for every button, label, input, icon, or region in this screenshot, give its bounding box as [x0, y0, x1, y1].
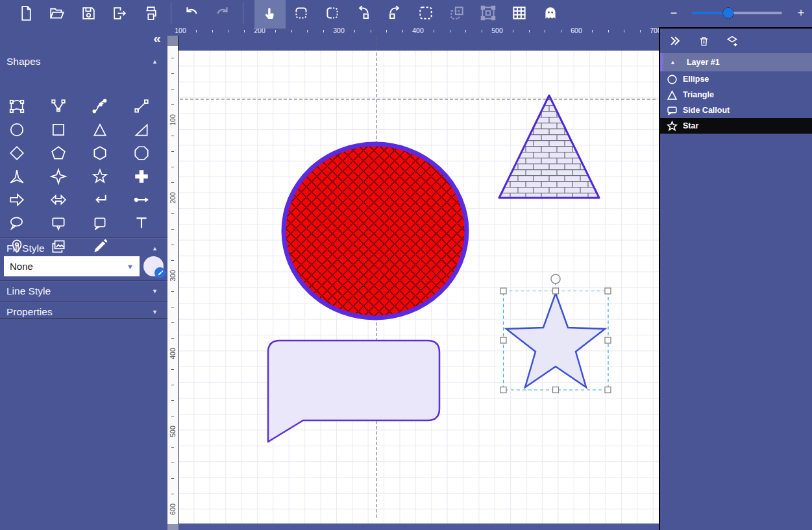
shape-tool-plus[interactable] [130, 166, 153, 187]
zoom-control: − + [667, 0, 808, 26]
line-style-section-header[interactable]: Line Style ▼ [0, 283, 167, 300]
canvas-area[interactable]: 100200300400500600700 100200300400500600 [167, 26, 659, 530]
ruler-label: 400 [169, 348, 177, 359]
add-layer-icon [726, 34, 739, 47]
flip-horizontal-button[interactable] [317, 0, 348, 26]
frame-icon [480, 5, 497, 21]
rotate-ccw-button[interactable] [348, 0, 379, 26]
layer-item-triangle[interactable]: Triangle [660, 87, 812, 102]
ruler-corner [167, 36, 178, 46]
ruler-tick [171, 400, 174, 401]
rotate-cw-button[interactable] [379, 0, 410, 26]
open-button[interactable] [42, 0, 73, 26]
export-icon [112, 5, 128, 21]
shape-tool-triangle[interactable] [88, 119, 112, 140]
ruler-tick [171, 151, 174, 152]
layer-item-ellipse[interactable]: Ellipse [660, 71, 812, 87]
shape-tool-diamond[interactable] [5, 143, 29, 163]
layer-item-label: Star [683, 121, 698, 130]
shape-tool-hexagon[interactable] [88, 143, 112, 163]
layer-row[interactable]: ▲ Layer #1 [660, 53, 812, 71]
ruler-label: 100 [175, 27, 186, 34]
print-button[interactable] [135, 0, 166, 26]
line-style-label: Line Style [6, 285, 51, 297]
shape-tool-side-callout[interactable] [88, 213, 112, 234]
shape-tool-segment[interactable] [130, 189, 153, 210]
zoom-in-button[interactable]: + [794, 0, 808, 26]
zoom-out-button[interactable]: − [667, 0, 681, 26]
ruler-tick [171, 104, 174, 105]
fill-style-dropdown[interactable]: None ▼ [4, 256, 140, 276]
marquee-select-button[interactable] [410, 0, 441, 26]
shape-tool-octagon[interactable] [130, 143, 153, 163]
shape-tool-star3[interactable] [5, 166, 29, 187]
sidebar-collapse-button[interactable]: « [153, 31, 161, 45]
ruler-tick [171, 245, 174, 245]
ruler-tick [171, 338, 174, 339]
shape-tool-text[interactable] [130, 213, 153, 234]
arrow-return-icon [92, 191, 108, 208]
ruler-tick [171, 322, 174, 323]
ruler-tick [244, 30, 245, 32]
shape-tool-right-triangle[interactable] [130, 119, 153, 140]
shape-tool-node-edit[interactable] [5, 96, 29, 117]
shape-tool-ellipse[interactable] [5, 119, 29, 140]
side-callout-icon [92, 215, 108, 232]
chevron-down-icon: ▼ [127, 263, 134, 271]
layer-accent-stripe [660, 53, 663, 71]
shape-tool-pentagon[interactable] [47, 143, 70, 163]
layers-panel: ▲ Layer #1 Ellipse Triangle Side Callout… [659, 27, 812, 530]
shape-tool-polyline[interactable] [47, 96, 70, 117]
new-file-button[interactable] [10, 0, 42, 26]
marquee-icon [417, 5, 434, 21]
ruler-tick [171, 89, 174, 90]
save-button[interactable] [73, 0, 104, 26]
ruler-tick [624, 30, 624, 32]
shape-tool-grid [0, 95, 167, 258]
frame-button [473, 0, 504, 26]
eyedropper-button[interactable] [154, 267, 166, 278]
drawing-page[interactable] [178, 51, 659, 524]
shape-tool-star5[interactable] [88, 166, 112, 187]
fill-style-section-header[interactable]: Fill Style ▲ [0, 240, 167, 257]
shape-tool-curve[interactable] [88, 96, 112, 117]
shape-tool-rect-callout[interactable] [47, 213, 70, 234]
shape-tool-arrow-double[interactable] [47, 189, 70, 210]
ghost-button[interactable] [535, 0, 566, 26]
zoom-slider[interactable] [693, 12, 782, 14]
layer-collapse-icon[interactable]: ▲ [670, 59, 676, 66]
undo-button[interactable] [176, 0, 207, 26]
ruler-tick [171, 213, 174, 214]
flip-horizontal-icon [324, 5, 341, 21]
grid-toggle-button[interactable] [504, 0, 535, 26]
add-layer-button[interactable] [725, 34, 739, 48]
flip-vertical-button[interactable] [286, 0, 317, 26]
panel-expand-button[interactable] [668, 34, 682, 48]
sidebar-bottom-divider [0, 318, 167, 319]
shape-tool-arrow-return[interactable] [88, 189, 112, 210]
shapes-section-header[interactable]: Shapes ▲ [0, 53, 167, 70]
shape-tool-ellipse-callout[interactable] [5, 213, 29, 234]
shape-tool-arrow-right[interactable] [5, 189, 29, 210]
horizontal-scrollbar[interactable] [178, 524, 659, 530]
ruler-tick [228, 30, 228, 32]
ruler-tick [450, 30, 450, 32]
layer-item-side-callout[interactable]: Side Callout [660, 102, 812, 118]
zoom-slider-thumb[interactable] [723, 8, 733, 18]
export-button[interactable] [104, 0, 135, 26]
ruler-label: 600 [571, 27, 582, 34]
star-icon [667, 121, 678, 132]
layer-item-star[interactable]: Star [659, 118, 812, 134]
star5-icon [92, 168, 108, 185]
ruler-tick [371, 30, 371, 32]
drawing-app-window: − + « Shapes ▲ [0, 0, 812, 530]
ruler-tick [171, 447, 174, 448]
shape-tool-line[interactable] [130, 96, 153, 117]
shape-tool-star4[interactable] [47, 166, 70, 187]
curve-icon [92, 98, 108, 115]
pointer-tool-button[interactable] [254, 0, 286, 29]
open-icon [49, 5, 66, 21]
delete-layer-button[interactable] [696, 34, 711, 48]
shape-tool-rectangle[interactable] [47, 119, 70, 140]
ruler-label: 300 [333, 27, 345, 34]
